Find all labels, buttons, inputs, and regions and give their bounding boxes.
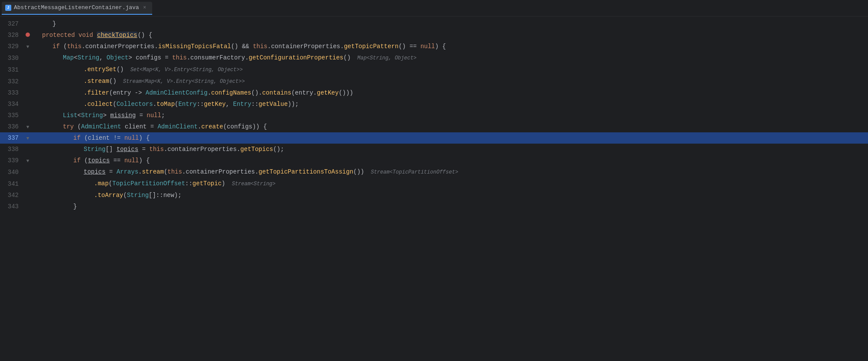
debugger-arrow-icon: ▼	[26, 44, 29, 49]
code-token: .stream	[84, 78, 109, 85]
code-token: getKey	[317, 89, 339, 96]
line-number: 335	[0, 110, 24, 121]
code-line: 341.map(TopicPartitionOffset::getTopic) …	[0, 178, 868, 190]
code-token: .map	[94, 180, 109, 187]
code-tokens: .stream() Stream<Map<K, V>.Entry<String,…	[32, 75, 868, 87]
code-tokens: .collect(Collectors.toMap(Entry::getKey,…	[32, 98, 868, 110]
code-token: isMissingTopicsFatal	[158, 43, 231, 50]
breakpoint-icon	[26, 33, 30, 37]
code-token: Entry	[233, 101, 251, 108]
code-line: 334.collect(Collectors.toMap(Entry::getK…	[0, 98, 868, 110]
line-number: 334	[0, 98, 24, 110]
code-tokens: if (topics == null) {	[32, 155, 868, 166]
code-tokens: protected void checkTopics() {	[32, 30, 868, 41]
tab-close-button[interactable]: ×	[142, 5, 148, 11]
debugger-arrow-icon: ▼	[26, 158, 29, 164]
code-token: (	[113, 101, 116, 108]
code-token: () ==	[398, 43, 420, 50]
code-token: (client !=	[81, 135, 124, 141]
code-token: Collectors	[117, 101, 153, 108]
code-token: void	[78, 32, 93, 39]
code-tokens: .toArray(String[]::new);	[32, 190, 868, 201]
code-token: topics	[117, 146, 138, 153]
code-token: String	[78, 54, 99, 61]
code-token: Map<String, Object>	[354, 55, 417, 61]
code-token: ()))	[339, 89, 353, 96]
code-tokens: }	[32, 201, 868, 212]
code-token: getTopics	[240, 146, 273, 153]
code-token: null	[124, 135, 139, 141]
java-file-icon: J	[5, 5, 11, 11]
code-token: .	[153, 101, 157, 108]
code-token: configNames	[211, 89, 251, 96]
code-tokens: topics = Arrays.stream(this.containerPro…	[32, 166, 868, 178]
debugger-arrow-icon: ▼	[26, 125, 29, 130]
code-token: getTopicPartitionsToAssign	[258, 168, 353, 175]
gutter-cell	[24, 98, 32, 110]
code-token: ;	[161, 112, 165, 119]
editor-tab[interactable]: J AbstractMessageListenerContainer.java …	[2, 2, 152, 15]
gutter-cell: ▼	[24, 41, 32, 52]
code-token: .containerProperties.	[82, 43, 158, 50]
code-token: Arrays	[117, 168, 138, 175]
line-number: 328	[0, 30, 24, 41]
code-token: String	[127, 192, 149, 199]
line-number: 327	[0, 18, 24, 30]
code-token: String	[81, 112, 103, 119]
code-line: 329▼if (this.containerProperties.isMissi…	[0, 41, 868, 52]
code-tokens: try (AdminClient client = AdminClient.cr…	[32, 121, 868, 132]
code-token: getTopicPattern	[344, 43, 398, 50]
line-number: 337	[0, 132, 24, 144]
code-token: ()	[343, 54, 351, 61]
code-token: this	[149, 146, 164, 153]
code-token: .containerProperties.	[164, 146, 240, 153]
code-token: (entry ->	[109, 89, 146, 96]
gutter-cell	[24, 52, 32, 64]
code-tokens: .filter(entry -> AdminClientConfig.confi…	[32, 87, 868, 98]
code-token: () &&	[231, 43, 253, 50]
code-token: toMap	[157, 101, 175, 108]
code-line: 328protected void checkTopics() {	[0, 30, 868, 41]
line-number: 333	[0, 87, 24, 98]
gutter-cell: ▼	[24, 155, 32, 166]
code-tokens: if (client != null) {	[32, 132, 868, 144]
code-token: Stream<Map<K, V>.Entry<String, Object>>	[120, 79, 245, 85]
code-token: (	[109, 180, 112, 187]
code-line: 327}	[0, 18, 868, 30]
code-token: AdminClientConfig	[146, 89, 208, 96]
code-token: .entrySet	[84, 66, 117, 73]
code-line: 339▼if (topics == null) {	[0, 155, 868, 166]
code-token: if	[73, 135, 81, 141]
gutter-cell	[24, 178, 32, 190]
code-tokens: .map(TopicPartitionOffset::getTopic) Str…	[32, 178, 868, 190]
code-token: ::	[196, 101, 204, 108]
code-token: getKey	[204, 101, 225, 108]
code-token: String	[84, 146, 105, 153]
code-line: 330Map<String, Object> configs = this.co…	[0, 52, 868, 64]
code-token: getTopic	[193, 180, 222, 187]
code-token	[75, 32, 78, 39]
code-token: []::new);	[149, 192, 182, 199]
code-token: null	[124, 157, 139, 164]
code-token	[93, 32, 97, 39]
code-token: .toArray	[94, 192, 123, 199]
code-line: 342.toArray(String[]::new);	[0, 190, 868, 201]
code-token: (	[123, 192, 127, 199]
code-token: ::	[185, 180, 193, 187]
code-token: create	[201, 123, 223, 130]
code-token: .collect	[84, 101, 113, 108]
code-token: ));	[288, 101, 299, 108]
code-line: 336▼try (AdminClient client = AdminClien…	[0, 121, 868, 132]
code-line: 337▼if (client != null) {	[0, 132, 868, 144]
code-token: ) {	[139, 135, 150, 141]
code-content[interactable]: 327}328protected void checkTopics() {329…	[0, 16, 868, 361]
gutter-cell	[24, 18, 32, 30]
code-token: null	[421, 43, 435, 50]
code-token: ::	[251, 101, 259, 108]
code-token: (	[60, 43, 67, 50]
code-token: protected	[42, 32, 75, 39]
code-token: =	[105, 168, 116, 175]
code-token: List	[63, 112, 78, 119]
line-number: 343	[0, 201, 24, 212]
gutter-cell	[24, 190, 32, 201]
